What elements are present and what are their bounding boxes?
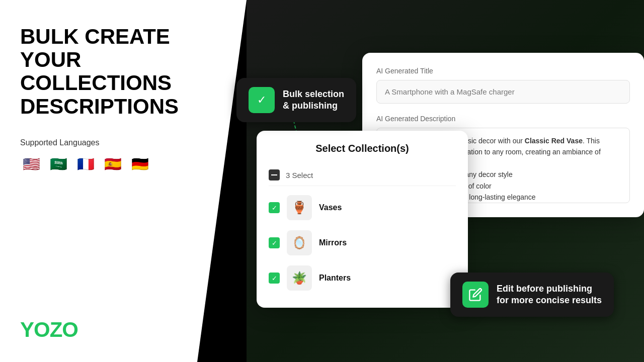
flag-de: 🇩🇪 (129, 153, 151, 175)
planters-thumb: 🪴 (287, 265, 312, 291)
mirrors-thumb: 🪞 (287, 230, 312, 255)
flag-es: 🇪🇸 (102, 153, 124, 175)
edit-badge-icon (462, 282, 489, 308)
supported-languages-section: Supported Languages 🇺🇸 🇸🇦 🇫🇷 🇪🇸 🇩🇪 (20, 138, 226, 175)
select-all-label: 3 Select (286, 171, 313, 179)
ai-title-label: AI Generated Title (376, 67, 630, 75)
ai-desc-label: AI Generated Description (376, 115, 630, 123)
logo: YOZO (20, 318, 78, 342)
mirrors-checkbox[interactable]: ✓ (269, 237, 280, 248)
bulk-selection-badge: ✓ Bulk selection & publishing (236, 78, 356, 122)
flag-sa: 🇸🇦 (47, 153, 69, 175)
mirrors-name: Mirrors (319, 238, 347, 247)
bulk-badge-icon: ✓ (249, 87, 275, 113)
vases-name: Vases (319, 203, 342, 212)
vases-thumb: 🏺 (287, 195, 312, 220)
flag-row: 🇺🇸 🇸🇦 🇫🇷 🇪🇸 🇩🇪 (20, 153, 226, 175)
flag-us: 🇺🇸 (20, 153, 42, 175)
select-all-checkbox[interactable] (269, 169, 280, 180)
left-panel: BULK CREATE YOUR COLLECTIONS DESCRIPTION… (0, 0, 247, 362)
edit-badge-text: Edit before publishing for more concise … (497, 283, 602, 307)
ai-title-input[interactable] (376, 80, 630, 104)
right-panel: ✓ Bulk selection & publishing AI Generat… (247, 0, 644, 362)
collection-item-vases[interactable]: ✓ 🏺 Vases (269, 190, 456, 225)
vases-checkbox[interactable]: ✓ (269, 202, 280, 213)
flag-fr: 🇫🇷 (74, 153, 97, 175)
collection-item-mirrors[interactable]: ✓ 🪞 Mirrors (269, 225, 456, 260)
collection-card-title: Select Collection(s) (269, 143, 456, 154)
select-all-row[interactable]: 3 Select (269, 164, 456, 186)
main-container: BULK CREATE YOUR COLLECTIONS DESCRIPTION… (0, 0, 644, 362)
supported-languages-label: Supported Languages (20, 138, 226, 147)
headline: BULK CREATE YOUR COLLECTIONS DESCRIPTION… (20, 25, 191, 118)
planters-checkbox[interactable]: ✓ (269, 273, 280, 284)
planters-name: Planters (319, 274, 351, 283)
bulk-badge-text: Bulk selection & publishing (283, 88, 344, 112)
collection-item-planters[interactable]: ✓ 🪴 Planters (269, 260, 456, 296)
collection-card: Select Collection(s) 3 Select ✓ 🏺 Vases … (257, 131, 468, 308)
edit-before-publishing-badge: Edit before publishing for more concise … (450, 273, 614, 317)
